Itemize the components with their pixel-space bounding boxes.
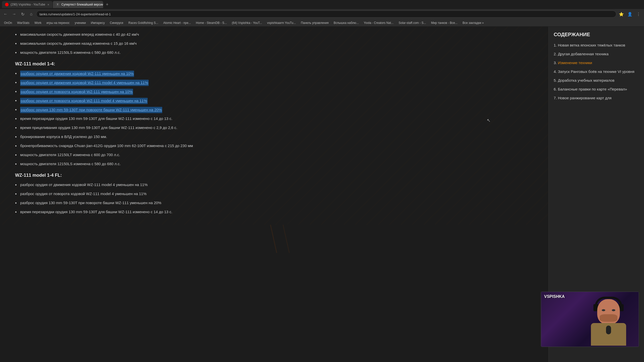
tab-favicon-youtube bbox=[5, 3, 9, 6]
toc-item-2[interactable]: 2. Другая добавленная техника bbox=[554, 51, 639, 57]
address-bar[interactable]: tanks.ru/news/updates/1-24-supertest/#he… bbox=[36, 11, 616, 18]
back-button[interactable]: ← bbox=[2, 11, 9, 18]
s2-item-1: разброс орудия от движения ходовой WZ-11… bbox=[15, 182, 533, 189]
toc-item-3[interactable]: 3. Изменение техники bbox=[554, 60, 639, 65]
s1-item-6: время перезарядки орудия 130 mm 59-130T … bbox=[15, 116, 533, 122]
home-button[interactable]: ⌂ bbox=[28, 11, 35, 18]
extensions-button[interactable]: ⭐ bbox=[618, 11, 625, 18]
bookmark-games[interactable]: игры на перенос bbox=[45, 20, 72, 26]
browser-chrome: (290) Vspishka - YouTube ✕ T Супертест б… bbox=[0, 0, 644, 27]
bookmark-races[interactable]: Races Goldfishing S... bbox=[126, 20, 160, 26]
toc-item-4[interactable]: 4. Запуск Ранговых боёв на технике VI ур… bbox=[554, 69, 639, 74]
bullet-item-engine-ls: мощность двигателя 12150LS изменена с 58… bbox=[15, 50, 533, 56]
tab-favicon-supertest: T bbox=[56, 3, 59, 6]
toc-link-7[interactable]: Новое ранжирование карт для bbox=[558, 96, 612, 100]
section1-list: разброс орудия от движения ходовой WZ-11… bbox=[15, 71, 533, 168]
tab-youtube[interactable]: (290) Vspishka - YouTube ✕ bbox=[2, 1, 52, 8]
toc-item-6[interactable]: 6. Балансные правки по карте «Перевал» bbox=[554, 86, 639, 92]
bookmark-solar[interactable]: Solar-staff.com - S... bbox=[396, 20, 428, 26]
menu-button[interactable]: ⋮ bbox=[635, 11, 642, 18]
video-content bbox=[541, 292, 639, 347]
beard bbox=[600, 314, 617, 322]
new-tab-button[interactable]: + bbox=[104, 1, 111, 8]
toc-link-1[interactable]: Новая ветка японских тяжёлых танков bbox=[558, 43, 625, 47]
toc-link-3[interactable]: Изменение техники bbox=[558, 61, 592, 65]
eye-right bbox=[612, 309, 615, 311]
s1-item-10: мощность двигателя 12150LT изменена с 60… bbox=[15, 152, 533, 159]
section2-header: WZ-111 model 1-4 FL: bbox=[15, 173, 533, 178]
s1-item-8: бронирование корпуса в ВЛД усилено до 15… bbox=[15, 134, 533, 141]
bookmark-onon[interactable]: OnOn bbox=[2, 20, 14, 26]
bullet-item-speed-bwd: максимальная скорость движения назад изм… bbox=[15, 41, 533, 47]
nav-bar: ← → ↻ ⌂ tanks.ru/news/updates/1-24-super… bbox=[0, 9, 644, 19]
bookmark-wot[interactable]: Мир танков - Все... bbox=[429, 20, 460, 26]
bookmark-steamdb[interactable]: Home - SteamDB - S... bbox=[194, 20, 229, 26]
streamer-head bbox=[597, 299, 620, 324]
toc-link-2[interactable]: Другая добавленная техника bbox=[558, 52, 609, 56]
toc-link-4[interactable]: Запуск Ранговых боёв на технике VI уровн… bbox=[558, 69, 634, 74]
s1-item-5: разброс орудия 130 mm 59-130T при поворо… bbox=[15, 107, 533, 113]
page-content: максимальная скорость движения вперед из… bbox=[0, 27, 548, 225]
toc-item-5[interactable]: 5. Доработка учебных материалов bbox=[554, 78, 639, 83]
video-overlay: VSPISHKA bbox=[541, 292, 639, 347]
toc-link-6[interactable]: Балансные правки по карте «Перевал» bbox=[558, 87, 627, 91]
forward-button[interactable]: → bbox=[11, 11, 18, 18]
bookmark-imparsu[interactable]: Импаресу bbox=[89, 20, 107, 26]
s2-item-4: время перезарядки орудия 130 mm 59-130T … bbox=[15, 209, 533, 216]
address-text: tanks.ru/news/updates/1-24-supertest/#he… bbox=[39, 12, 111, 16]
s1-item-11: мощность двигателя 12150LS изменена с 58… bbox=[15, 161, 533, 168]
top-bullet-list: максимальная скорость движения вперед из… bbox=[15, 32, 533, 56]
bookmark-all[interactable]: Все закладки » bbox=[461, 20, 486, 26]
right-sidebar-toc: СОДЕРЖАНИЕ 1. Новая ветка японских тяжёл… bbox=[548, 27, 644, 362]
s1-item-1: разброс орудия от движения ходовой WZ-11… bbox=[15, 71, 533, 77]
tab-close-youtube[interactable]: ✕ bbox=[47, 3, 49, 6]
streamer-body bbox=[591, 323, 626, 346]
profile-button[interactable]: 👤 bbox=[626, 11, 633, 18]
bookmarks-bar: OnOn WarStats Work игры на перенос учени… bbox=[0, 19, 644, 27]
mic bbox=[606, 326, 611, 334]
s1-item-3: разброс орудия от поворота ходовой WZ-11… bbox=[15, 89, 533, 95]
bookmark-sinerus[interactable]: Синерусе bbox=[108, 20, 126, 26]
video-label: VSPISHKA bbox=[544, 294, 565, 299]
bookmark-yoola[interactable]: Yoola - Creators Nat... bbox=[362, 20, 395, 26]
bookmark-work[interactable]: Work bbox=[32, 20, 44, 26]
main-content: максимальная скорость движения вперед из… bbox=[0, 27, 644, 362]
bookmark-vspishkaarm[interactable]: vspishkaarm YouTu... bbox=[265, 20, 298, 26]
s1-item-2: разброс орудия от движения ходовой WZ-11… bbox=[15, 80, 533, 86]
toc-link-5[interactable]: Доработка учебных материалов bbox=[558, 78, 615, 82]
refresh-button[interactable]: ↻ bbox=[19, 11, 26, 18]
eye-left bbox=[602, 309, 605, 311]
bookmark-watch[interactable]: Вспышка наблю... bbox=[332, 20, 361, 26]
bookmark-warstats[interactable]: WarStats bbox=[15, 20, 31, 26]
bullet-item-speed-fwd: максимальная скорость движения вперед из… bbox=[15, 32, 533, 38]
bookmark-panel[interactable]: Панель управления bbox=[299, 20, 331, 26]
tab-supertest[interactable]: T Супертест ближайшей версии... ✕ bbox=[53, 1, 103, 8]
toc-title: СОДЕРЖАНИЕ bbox=[554, 32, 639, 37]
bookmark-students[interactable]: ученики bbox=[73, 20, 88, 26]
toc-item-7[interactable]: 7. Новое ранжирование карт для bbox=[554, 95, 639, 101]
s1-item-7: время прицеливания орудия 130 mm 59-130T… bbox=[15, 125, 533, 131]
toc-list: 1. Новая ветка японских тяжёлых танков 2… bbox=[554, 42, 639, 101]
tab-title-youtube: (290) Vspishka - YouTube bbox=[11, 3, 45, 6]
bookmark-vspishka-yt[interactable]: (64) Vspishka - YouT... bbox=[230, 20, 264, 26]
s1-item-9: бронепробиваемость снаряда Chuan jian-41… bbox=[15, 143, 533, 150]
streamer-figure bbox=[581, 293, 636, 346]
section2-list: разброс орудия от движения ходовой WZ-11… bbox=[15, 182, 533, 216]
s2-item-2: разброс орудия от поворота ходовой WZ-11… bbox=[15, 191, 533, 198]
tab-bar: (290) Vspishka - YouTube ✕ T Супертест б… bbox=[0, 0, 644, 9]
section1-header: WZ-111 model 1-4: bbox=[15, 61, 533, 67]
s1-item-4: разброс орудия от поворота ходовой WZ-11… bbox=[15, 98, 533, 104]
toc-item-1[interactable]: 1. Новая ветка японских тяжёлых танков bbox=[554, 42, 639, 48]
tab-title-supertest: Супертест ближайшей версии... bbox=[61, 3, 103, 6]
bookmark-atomic[interactable]: Atomic Heart - пре... bbox=[161, 20, 193, 26]
s2-item-3: разброс орудия 130 mm 59-130T при поворо… bbox=[15, 200, 533, 207]
page-area: максимальная скорость движения вперед из… bbox=[0, 27, 548, 362]
